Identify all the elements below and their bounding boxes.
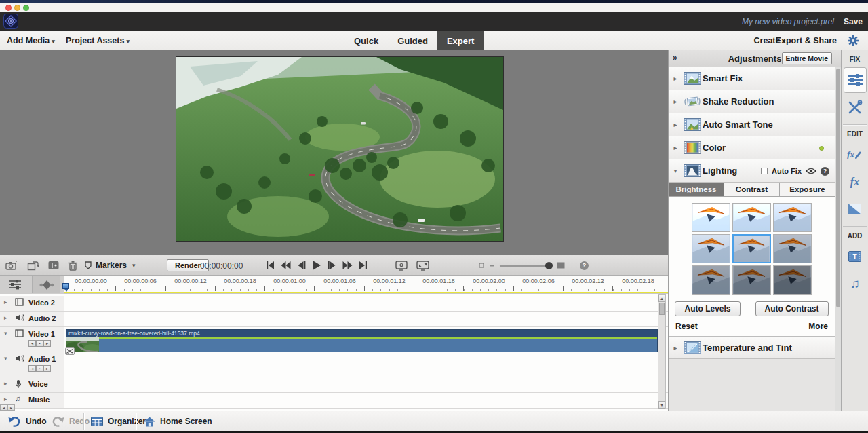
- tab-brightness[interactable]: Brightness: [669, 183, 724, 196]
- gear-icon[interactable]: [848, 35, 859, 46]
- disclosure-triangle-icon[interactable]: ▸: [669, 121, 682, 128]
- close-window-button[interactable]: [5, 5, 12, 11]
- brightness-preview-thumb[interactable]: [692, 203, 730, 232]
- effects-button[interactable]: fx: [844, 169, 867, 195]
- disclosure-triangle-down-icon[interactable]: ▾: [4, 355, 7, 362]
- brightness-preview-thumb-selected[interactable]: [732, 234, 771, 263]
- tab-contrast[interactable]: Contrast: [724, 183, 780, 196]
- go-to-start-button[interactable]: [266, 261, 275, 269]
- brightness-preview-thumb[interactable]: [773, 203, 812, 232]
- adjust-button[interactable]: [844, 67, 867, 93]
- disclosure-triangle-icon[interactable]: ▸: [4, 314, 7, 321]
- auto-fix-checkbox[interactable]: [761, 168, 768, 174]
- tools-button[interactable]: [844, 94, 867, 120]
- clip-opacity-line[interactable]: [66, 337, 657, 339]
- disclosure-triangle-icon[interactable]: ▸: [4, 396, 7, 402]
- timecode-field[interactable]: 00:00:00:00: [200, 261, 243, 271]
- auto-contrast-button[interactable]: Auto Contrast: [755, 301, 829, 316]
- playhead-line[interactable]: [66, 285, 66, 408]
- zoom-out-icon[interactable]: [479, 263, 484, 268]
- zoom-slider-knob[interactable]: [545, 262, 553, 269]
- disclosure-triangle-icon[interactable]: ▸: [669, 344, 682, 352]
- timeline-help-icon[interactable]: ?: [580, 261, 589, 270]
- applied-effects-button[interactable]: fx: [844, 142, 867, 168]
- disclosure-triangle-icon[interactable]: ▸: [4, 299, 7, 305]
- fullscreen-monitor-icon[interactable]: [416, 261, 429, 271]
- brightness-preview-thumb[interactable]: [692, 265, 730, 295]
- timeline-ruler[interactable]: 00:00:00:00 00:00:00:06 00:00:00:12 00:0…: [0, 276, 668, 294]
- track-settings-icon[interactable]: [8, 278, 22, 290]
- video-clip[interactable]: mixkit-curvy-road-on-a-tree-covered-hill…: [66, 329, 658, 352]
- scroll-down-arrow[interactable]: ▼: [658, 401, 665, 409]
- mini-monitor-icon[interactable]: [395, 261, 408, 271]
- frame-back-button[interactable]: [297, 261, 306, 269]
- panel-scrollbar-thumb[interactable]: [836, 69, 840, 307]
- brightness-preview-thumb[interactable]: [773, 265, 812, 295]
- play-button[interactable]: [312, 261, 321, 270]
- export-share-button[interactable]: Export & Share: [776, 36, 837, 45]
- titles-text-button[interactable]: T: [844, 244, 867, 269]
- minimize-window-button[interactable]: [14, 5, 20, 11]
- entire-movie-button[interactable]: Entire Movie: [782, 52, 832, 64]
- adjustment-row-auto-smart-tone[interactable]: ▸ ★ Auto Smart Tone: [669, 113, 835, 136]
- disclosure-triangle-down-icon[interactable]: ▾: [669, 167, 682, 174]
- project-assets-menu[interactable]: Project Assets▾: [66, 36, 130, 45]
- adjustment-row-smart-fix[interactable]: ▸ Smart Fix: [669, 67, 835, 90]
- organizer-button[interactable]: Organizer: [91, 411, 146, 432]
- disclosure-triangle-down-icon[interactable]: ▾: [4, 330, 7, 337]
- disclosure-triangle-icon[interactable]: ▸: [669, 98, 682, 105]
- current-time-indicator-handle[interactable]: [62, 283, 69, 289]
- adjustment-row-color[interactable]: ▸ Color: [669, 136, 835, 159]
- disclosure-triangle-icon[interactable]: ▸: [669, 144, 682, 151]
- scroll-up-arrow[interactable]: ▲: [658, 295, 665, 302]
- save-button[interactable]: Save: [844, 17, 863, 26]
- keyframe-add-button[interactable]: •: [36, 365, 43, 372]
- scroll-left-arrow[interactable]: ◂: [0, 404, 7, 411]
- reset-button[interactable]: Reset: [675, 322, 698, 331]
- scrollbar-thumb[interactable]: [659, 303, 665, 315]
- keyframe-add-button[interactable]: •: [36, 340, 43, 347]
- split-clip-button[interactable]: [65, 347, 75, 355]
- keyframe-prev-button[interactable]: ◂: [28, 365, 36, 372]
- music-button[interactable]: ♫: [844, 271, 867, 297]
- previous-edit-button[interactable]: [281, 261, 291, 269]
- disclosure-triangle-icon[interactable]: ▸: [669, 75, 682, 82]
- add-media-menu[interactable]: Add Media▾: [7, 36, 55, 45]
- keyframe-next-button[interactable]: ▸: [43, 340, 51, 347]
- auto-levels-button[interactable]: Auto Levels: [675, 301, 740, 316]
- frame-forward-button[interactable]: [328, 261, 336, 269]
- transitions-button[interactable]: [844, 196, 867, 222]
- keyframe-prev-button[interactable]: ◂: [28, 340, 36, 347]
- keyframe-next-button[interactable]: ▸: [43, 365, 51, 372]
- rotate-icon[interactable]: [27, 261, 39, 271]
- more-button[interactable]: More: [808, 322, 828, 331]
- brightness-preview-thumb[interactable]: [732, 203, 771, 232]
- timeline-vertical-scrollbar[interactable]: ▲ ▼: [658, 294, 666, 409]
- brightness-preview-thumb[interactable]: [692, 234, 730, 263]
- trash-icon[interactable]: [68, 261, 77, 271]
- tab-exposure[interactable]: Exposure: [780, 183, 835, 196]
- preview-eye-icon[interactable]: [806, 168, 816, 174]
- help-icon[interactable]: ?: [821, 167, 829, 176]
- brightness-preview-thumb[interactable]: [773, 234, 812, 263]
- smart-trim-icon[interactable]: [48, 261, 59, 270]
- undo-button[interactable]: Undo: [8, 411, 47, 432]
- home-screen-button[interactable]: Home Screen: [144, 411, 212, 432]
- panel-scrollbar[interactable]: [835, 67, 841, 411]
- keyframes-toggle[interactable]: [32, 276, 60, 293]
- zoom-in-icon[interactable]: [557, 262, 565, 269]
- tab-guided[interactable]: Guided: [388, 31, 437, 50]
- scroll-right-arrow[interactable]: ▸: [7, 404, 15, 411]
- next-edit-button[interactable]: [342, 261, 353, 269]
- go-to-end-button[interactable]: [359, 261, 368, 269]
- adjustment-row-temperature-tint[interactable]: ▸ Temperature and Tint: [669, 336, 835, 359]
- tab-quick[interactable]: Quick: [344, 31, 388, 50]
- snapshot-camera-icon[interactable]: [5, 261, 18, 271]
- tab-expert[interactable]: Expert: [437, 31, 484, 50]
- markers-dropdown[interactable]: Markers ▾: [84, 255, 136, 276]
- adjustment-row-lighting[interactable]: ▾ Lighting Auto Fix ?: [669, 159, 835, 183]
- brightness-preview-thumb[interactable]: [732, 265, 771, 295]
- zoom-window-button[interactable]: [23, 5, 29, 11]
- disclosure-triangle-icon[interactable]: ▸: [4, 380, 7, 387]
- timeline-zoom-slider[interactable]: [500, 265, 551, 267]
